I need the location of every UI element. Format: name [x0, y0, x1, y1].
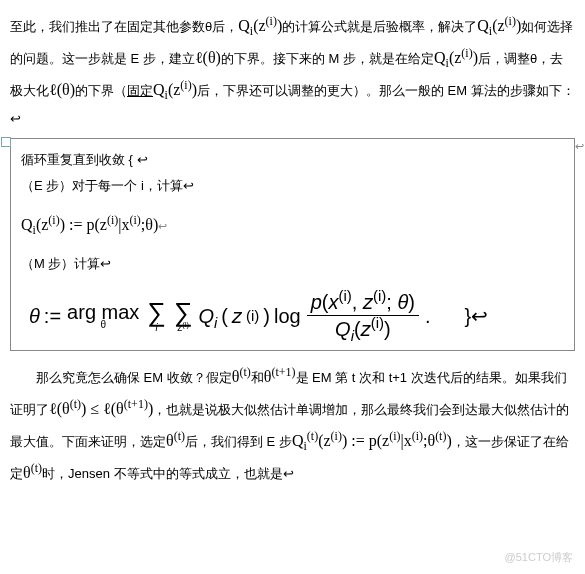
- inline-formula-Qi: Qi(z(i)): [238, 17, 282, 34]
- paragraph-2: 那么究竟怎么确保 EM 收敛？假定θ(t)和θ(t+1)是 EM 第 t 次和 …: [10, 361, 575, 489]
- table-handle-icon[interactable]: [1, 137, 11, 147]
- inline-theta-t1: θ(t+1): [264, 368, 296, 385]
- fraction-block: p(x(i), z(i); θ) Qi(z(i)): [307, 291, 419, 340]
- inline-formula-Qi2: Qi(z(i)): [477, 17, 521, 34]
- inline-formula-ell: ℓ(θ): [195, 49, 221, 66]
- inline-ell-ineq: ℓ(θ(t)) ≤ ℓ(θ(t+1)): [49, 400, 153, 417]
- inline-theta-t2: θ(t): [166, 432, 185, 449]
- box-line-estep: （E 步）对于每一个 i，计算↩: [21, 173, 564, 199]
- formula-e-step: Qi(z(i)) := p(z(i)|x(i);θ)↩: [21, 209, 564, 241]
- text: 时，Jensen 不等式中的等式成立，也就是↩: [42, 466, 294, 481]
- sum-i-block: ∑ i: [147, 299, 166, 333]
- text: 的计算公式就是后验概率，解决了: [282, 19, 477, 34]
- inline-formula-ell2: ℓ(θ): [49, 81, 75, 98]
- underline-text: 固定: [127, 83, 153, 98]
- box-line-mstep: （M 步）计算↩: [21, 251, 564, 277]
- formula-m-step: θ := arg max θ ∑ i ∑ z(i) Qi(z(i)) log p…: [29, 291, 564, 340]
- box-line-loop: 循环重复直到收敛 { ↩: [21, 147, 564, 173]
- text: 和: [251, 370, 264, 385]
- close-brace: }↩: [465, 296, 489, 336]
- text: 的下界。接下来的 M 步，就是在给定: [221, 51, 434, 66]
- inline-formula-Qi3: Qi(z(i)): [434, 49, 478, 66]
- return-mark-icon: ↩: [575, 135, 584, 157]
- inline-formula-Qi4: Qi(z(i)): [153, 81, 197, 98]
- sum-z-block: ∑ z(i): [174, 299, 193, 333]
- text: 后，我们得到 E 步: [185, 434, 292, 449]
- algorithm-box: ↩ 循环重复直到收敛 { ↩ （E 步）对于每一个 i，计算↩ Qi(z(i))…: [10, 138, 575, 351]
- inline-theta-t3: θ(t): [23, 464, 42, 481]
- argmax-block: arg max θ: [67, 302, 139, 330]
- text: 至此，我们推出了在固定其他参数θ后，: [10, 19, 238, 34]
- inline-theta-t: θ(t): [232, 368, 251, 385]
- inline-Qi-t: Qi(t)(z(i)) := p(z(i)|x(i);θ(t)): [292, 432, 452, 449]
- text: 那么究竟怎么确保 EM 收敛？假定: [36, 370, 232, 385]
- paragraph-1: 至此，我们推出了在固定其他参数θ后，Qi(z(i))的计算公式就是后验概率，解决…: [10, 10, 575, 132]
- text: 的下界（: [75, 83, 127, 98]
